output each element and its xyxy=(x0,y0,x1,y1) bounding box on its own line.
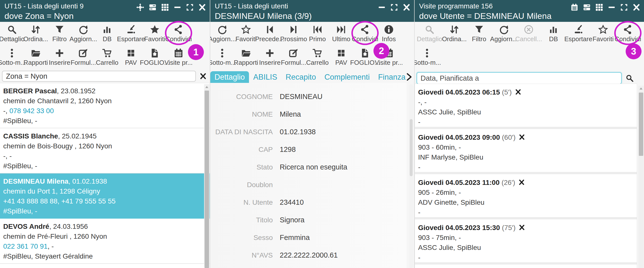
delete-visit-button[interactable] xyxy=(518,179,525,187)
close-icon[interactable] xyxy=(198,3,206,12)
maximize-icon[interactable] xyxy=(390,3,398,12)
toolbar-button-condividi[interactable]: Condividi xyxy=(167,24,190,43)
toolbar-button-primo[interactable]: Primo xyxy=(306,24,329,43)
toolbar-button-favoriti[interactable]: Favoriti xyxy=(143,24,167,43)
user-row-devos[interactable]: DEVOS André, 24.03.1956 chemin de Pré-Fl… xyxy=(0,219,210,264)
clear-filter-button[interactable] xyxy=(199,73,207,80)
close-icon[interactable] xyxy=(632,3,640,12)
scrollbar-thumb[interactable] xyxy=(204,91,209,268)
scrollbar[interactable] xyxy=(638,86,644,268)
toolbar-button-infos[interactable]: Infos xyxy=(377,24,401,43)
tab-recapito[interactable]: Recapito xyxy=(282,71,320,83)
toolbar-button-aggiorna[interactable]: Aggiorn... xyxy=(210,24,234,43)
phone-link[interactable]: 078 942 33 00 xyxy=(10,107,54,115)
toolbar-button-ordina[interactable]: Ordina... xyxy=(442,24,467,43)
layout-icon[interactable] xyxy=(583,3,591,12)
form-icon xyxy=(78,48,88,58)
visit-row-0900[interactable]: Giovedi 04.05.2023 09:00(60') 903 - 60mi… xyxy=(415,129,637,174)
toolbar-button-carrello[interactable]: Carrello xyxy=(306,48,329,67)
submenu-icon xyxy=(217,48,228,58)
toolbar-button-visite[interactable]: Visite pr... xyxy=(167,48,190,67)
window-subtitle: DESMINEAU Milena (3/9) xyxy=(215,11,312,21)
user-address: chemin de Chantavril 2, 1260 Nyon xyxy=(3,96,199,106)
toolbar-button-rapporti[interactable]: Rapporti xyxy=(24,48,48,67)
search-button[interactable] xyxy=(625,74,634,83)
toolbar-button-cancella[interactable]: Cancell... xyxy=(516,24,541,43)
toolbar-button-carrello[interactable]: Carrello xyxy=(95,48,119,67)
toolbar-button-ultimo[interactable]: Ultimo xyxy=(329,24,353,43)
visit-row-1100[interactable]: Giovedi 04.05.2023 11:00(26') 905 - 26mi… xyxy=(415,174,637,219)
minimize-icon[interactable] xyxy=(173,3,182,12)
toolbar-button-inserire[interactable]: Inserire xyxy=(48,48,72,67)
toolbar-button-ordina[interactable]: Ordina... xyxy=(24,24,48,43)
tab-abilis[interactable]: ABILIS xyxy=(249,71,282,83)
toolbar-button-esportare[interactable]: Esportare xyxy=(119,24,143,43)
visits-search-input[interactable] xyxy=(416,72,622,84)
move-icon[interactable] xyxy=(136,3,144,12)
toolbar-button-prossimo[interactable]: Prossimo xyxy=(282,24,306,43)
delete-visit-button[interactable] xyxy=(515,89,522,97)
toolbar-button-filtro[interactable]: Filtro xyxy=(467,24,492,43)
toolbar-button-esportare[interactable]: Esportare xyxy=(566,24,591,43)
form-row-nome: NOMEMilena xyxy=(210,105,407,123)
toolbar-button-dettaglio[interactable]: Dettaglio xyxy=(417,24,442,43)
toolbar-button-condividi[interactable]: Condividi xyxy=(616,24,640,43)
toolbar-button-dettaglio[interactable]: Dettaglio xyxy=(0,24,24,43)
toolbar-button-favoriti[interactable]: Favoriti xyxy=(591,24,616,43)
phone-link[interactable]: 022 361 70 91 xyxy=(3,242,48,250)
scroll-up-icon[interactable] xyxy=(638,86,644,91)
filter-input[interactable] xyxy=(2,71,196,82)
apps-icon[interactable] xyxy=(161,3,169,12)
toolbar-button-inserire[interactable]: Inserire xyxy=(258,48,282,67)
visit-row-0615[interactable]: Giovedi 04.05.2023 06:15(5') -, - ASSC J… xyxy=(415,84,637,129)
tab-complementi[interactable]: Complementi xyxy=(320,71,374,83)
delete-visit-button[interactable] xyxy=(518,224,525,232)
visit-title: Giovedi 04.05.2023 06:15 xyxy=(418,88,500,96)
toolbar-button-pav[interactable]: PAV xyxy=(119,48,143,67)
scrollbar-thumb[interactable] xyxy=(410,119,413,176)
toolbar-button-foglio[interactable]: FOGLIO... xyxy=(143,48,167,67)
share-icon xyxy=(173,24,184,35)
panel-user-detail: UT15 - Lista degli utenti DESMINEAU Mile… xyxy=(210,0,414,268)
layout-icon[interactable] xyxy=(148,3,157,12)
toolbar-button-db[interactable]: DB xyxy=(95,24,119,43)
maximize-icon[interactable] xyxy=(620,3,628,12)
tabs-overflow-button[interactable] xyxy=(405,73,413,81)
toolbar-button-sottomenu[interactable]: Sotto-m... xyxy=(210,48,234,67)
toolbar-button-condividi[interactable]: Condividi xyxy=(353,24,377,43)
toolbar-button-aggiorna[interactable]: Aggiorn... xyxy=(72,24,95,43)
maximize-icon[interactable] xyxy=(186,3,194,12)
visit-title: Giovedi 04.05.2023 15:30 xyxy=(418,224,500,231)
visit-duration: (60') xyxy=(502,134,516,141)
minimize-icon[interactable] xyxy=(608,3,616,12)
scrollbar-thumb[interactable] xyxy=(639,93,643,156)
toolbar-button-db[interactable]: DB xyxy=(541,24,566,43)
toolbar-button-formulari[interactable]: Formul... xyxy=(72,48,95,67)
scrollbar[interactable] xyxy=(409,84,413,268)
visit-row-1530[interactable]: Giovedi 04.05.2023 15:30(75') 903 - 75mi… xyxy=(415,219,637,264)
toolbar-button-rapporti[interactable]: Rapporti xyxy=(234,48,258,67)
toolbar-row-1: Dettaglio Ordina... Filtro Aggiorn... Ca… xyxy=(414,22,644,46)
toolbar-button-precedente[interactable]: Precede... xyxy=(258,24,282,43)
toolbar-button-formulari[interactable]: Formul... xyxy=(282,48,306,67)
minimize-icon[interactable] xyxy=(378,3,386,12)
toolbar-button-sottomenu[interactable]: Sotto-m... xyxy=(0,48,24,67)
share-icon xyxy=(360,24,370,35)
user-row-cassis[interactable]: CASSIS Blanche, 25.02.1945 chemin de Boi… xyxy=(0,128,210,173)
apps-icon[interactable] xyxy=(595,3,603,12)
calendar-icon[interactable] xyxy=(570,3,578,12)
toolbar-button-sottomenu[interactable]: Sotto-m... xyxy=(414,48,440,67)
toolbar-button-filtro[interactable]: Filtro xyxy=(48,24,72,43)
close-icon[interactable] xyxy=(402,3,411,12)
toolbar-button-aggiorna[interactable]: Aggiorn... xyxy=(492,24,516,43)
scrollbar[interactable] xyxy=(204,84,210,268)
tab-dettaglio[interactable]: Dettaglio xyxy=(210,71,249,83)
scroll-up-icon[interactable] xyxy=(204,85,209,90)
delete-visit-button[interactable] xyxy=(518,134,525,142)
annotation-badge-3: 3 xyxy=(626,44,642,59)
user-row-berger[interactable]: BERGER Pascal, 23.08.1952 chemin de Chan… xyxy=(0,83,210,128)
toolbar-button-favoriti[interactable]: Favoriti xyxy=(234,24,258,43)
toolbar-button-pav[interactable]: PAV xyxy=(329,48,353,67)
tab-finanza[interactable]: Finanza xyxy=(374,71,410,83)
user-row-desmineau-selected[interactable]: DESMINEAU Milena, 01.02.1938 chemin du P… xyxy=(0,173,210,219)
